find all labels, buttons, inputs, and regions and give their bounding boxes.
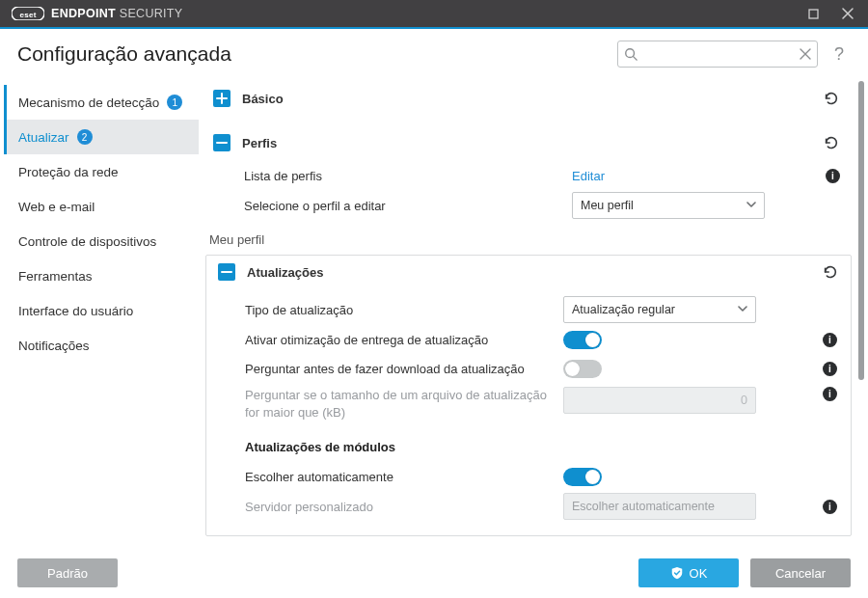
search-box[interactable] xyxy=(617,41,818,68)
ok-button[interactable]: OK xyxy=(638,558,739,587)
window-close-button[interactable] xyxy=(841,7,854,20)
button-label: OK xyxy=(690,566,708,581)
sidebar-item-label: Ferramentas xyxy=(18,269,93,284)
row-profile-list: Lista de perfis Editar i xyxy=(244,161,840,190)
sidebar: Mecanismo de detecção 1 Atualizar 2 Prot… xyxy=(0,81,204,548)
profile-select[interactable]: Meu perfil xyxy=(572,192,765,219)
row-custom-server: Servidor personalizado Escolher automati… xyxy=(245,491,837,522)
sidebar-item-update[interactable]: Atualizar 2 xyxy=(4,120,199,154)
undo-icon xyxy=(822,263,839,281)
label-custom-server: Servidor personalizado xyxy=(245,500,563,514)
label-update-type: Tipo de atualização xyxy=(245,303,563,317)
toggle-ask-before-download[interactable] xyxy=(563,360,602,378)
minus-icon xyxy=(221,266,232,278)
info-icon[interactable]: i xyxy=(823,500,837,514)
label-auto-choose: Escolher automaticamente xyxy=(245,470,563,484)
section-title: Básico xyxy=(242,92,284,106)
chevron-down-icon xyxy=(738,303,747,316)
label-delivery-opt: Ativar otimização de entrega de atualiza… xyxy=(245,333,563,347)
eset-logo-icon: eset xyxy=(12,7,44,20)
help-button[interactable]: ? xyxy=(827,44,851,65)
square-icon xyxy=(808,9,819,19)
undo-icon xyxy=(823,90,840,107)
sidebar-item-label: Notificações xyxy=(18,339,90,353)
info-icon[interactable]: i xyxy=(823,333,837,347)
ask-size-value: 0 xyxy=(741,394,747,407)
label-profile-list: Lista de perfis xyxy=(244,169,572,183)
brand-suffix: SECURITY xyxy=(120,7,183,20)
minus-icon xyxy=(216,137,228,149)
sidebar-item-device-control[interactable]: Controle de dispositivos xyxy=(4,224,199,258)
header-row: Configuração avançada ? xyxy=(0,29,868,79)
section-title: Perfis xyxy=(242,136,277,150)
sidebar-item-network-protection[interactable]: Proteção da rede xyxy=(4,154,199,189)
sidebar-item-label: Mecanismo de detecção xyxy=(18,95,159,110)
row-update-delivery-opt: Ativar otimização de entrega de atualiza… xyxy=(245,325,837,354)
window-controls xyxy=(806,7,860,20)
custom-server-placeholder: Escolher automaticamente xyxy=(572,500,715,513)
select-value: Atualização regular xyxy=(572,303,675,316)
expand-toggle[interactable] xyxy=(213,90,231,107)
window-maximize-button[interactable] xyxy=(806,7,820,20)
app-brand: eset ENDPOINT SECURITY xyxy=(12,7,182,20)
section-title: Atualizações xyxy=(247,265,323,280)
sidebar-item-label: Atualizar xyxy=(18,130,69,145)
button-label: Padrão xyxy=(47,566,88,581)
row-update-type: Tipo de atualização Atualização regular xyxy=(245,294,837,325)
body: Mecanismo de detecção 1 Atualizar 2 Prot… xyxy=(0,81,868,548)
custom-server-field: Escolher automaticamente xyxy=(563,493,756,520)
chevron-down-icon xyxy=(746,199,756,212)
update-type-select[interactable]: Atualização regular xyxy=(563,296,756,323)
sidebar-item-notifications[interactable]: Notificações xyxy=(4,328,199,363)
search-input[interactable] xyxy=(643,46,794,62)
ask-size-field: 0 xyxy=(563,387,756,414)
sidebar-item-label: Proteção da rede xyxy=(18,165,119,179)
sidebar-item-detection-engine[interactable]: Mecanismo de detecção 1 xyxy=(4,85,199,120)
default-button[interactable]: Padrão xyxy=(17,558,118,587)
toggle-delivery-optimization[interactable] xyxy=(563,331,602,349)
collapse-toggle[interactable] xyxy=(213,134,231,151)
row-profile-select: Selecione o perfil a editar Meu perfil xyxy=(244,190,840,221)
section-profiles: Perfis Lista de perfis Editar i Selecion… xyxy=(204,125,853,537)
sidebar-item-user-interface[interactable]: Interface do usuário xyxy=(4,293,199,328)
main-wrap: Básico Perfis xyxy=(204,81,868,548)
row-auto-choose: Escolher automaticamente xyxy=(245,462,837,491)
section-reset[interactable] xyxy=(822,263,839,281)
svg-line-4 xyxy=(634,57,637,61)
page-title: Configuração avançada xyxy=(17,42,231,66)
collapse-toggle[interactable] xyxy=(218,263,235,281)
sidebar-badge: 1 xyxy=(167,95,182,110)
scrollbar[interactable] xyxy=(858,81,864,548)
brand-prefix: ENDPOINT xyxy=(51,7,116,20)
undo-icon xyxy=(823,134,840,151)
sidebar-badge: 2 xyxy=(77,129,93,145)
main: Básico Perfis xyxy=(204,81,853,548)
label-ask-size: Perguntar se o tamanho de um arquivo de … xyxy=(245,387,563,421)
edit-profiles-link[interactable]: Editar xyxy=(572,169,605,183)
sidebar-item-label: Web e e-mail xyxy=(18,200,95,214)
info-icon[interactable]: i xyxy=(823,387,837,401)
section-reset[interactable] xyxy=(823,90,840,107)
titlebar: eset ENDPOINT SECURITY xyxy=(0,0,868,29)
svg-rect-2 xyxy=(809,10,818,18)
section-reset[interactable] xyxy=(823,134,840,151)
scrollbar-thumb[interactable] xyxy=(858,81,864,380)
footer: Padrão OK Cancelar xyxy=(0,548,868,598)
cancel-button[interactable]: Cancelar xyxy=(750,558,851,587)
shield-icon xyxy=(670,566,684,580)
close-icon xyxy=(842,8,854,19)
svg-text:eset: eset xyxy=(19,11,36,19)
section-updates: Atualizações Tipo de atualização Atualiz… xyxy=(205,255,852,536)
label-ask-before: Perguntar antes de fazer download da atu… xyxy=(245,362,563,376)
label-profile-select: Selecione o perfil a editar xyxy=(244,199,572,213)
clear-icon[interactable] xyxy=(800,48,811,60)
info-icon[interactable]: i xyxy=(823,362,837,376)
search-icon xyxy=(624,47,637,61)
sidebar-item-tools[interactable]: Ferramentas xyxy=(4,258,199,293)
row-ask-size: Perguntar se o tamanho de um arquivo de … xyxy=(245,383,837,422)
sidebar-item-web-email[interactable]: Web e e-mail xyxy=(4,189,199,224)
sidebar-item-label: Interface do usuário xyxy=(18,304,133,318)
modules-heading: Atualizações de módulos xyxy=(245,440,837,454)
toggle-auto-choose[interactable] xyxy=(563,468,602,486)
info-icon[interactable]: i xyxy=(826,169,840,183)
